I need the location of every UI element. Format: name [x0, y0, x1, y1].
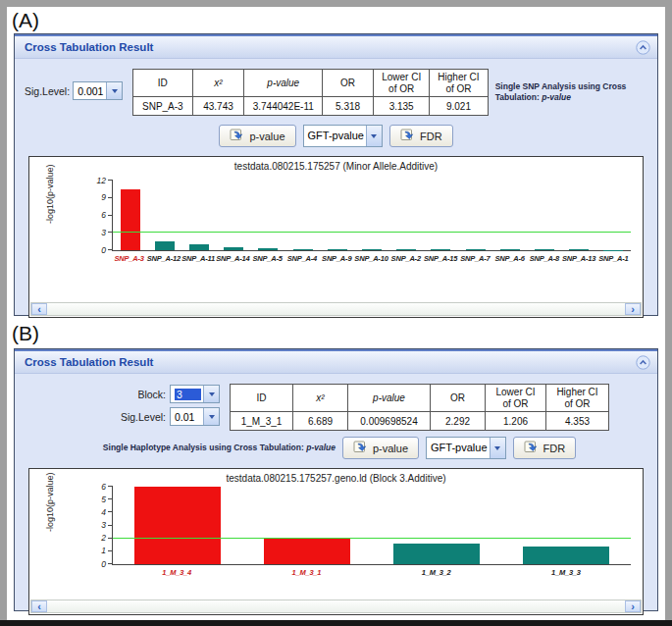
bar-SNP_A-13	[569, 249, 589, 250]
bar-SNP_A-6	[500, 249, 520, 250]
bars-container	[113, 487, 631, 564]
bar-slot	[320, 181, 354, 250]
table-header-cell: Lower CI of OR	[374, 70, 430, 97]
chevron-left-icon[interactable]: ‹	[31, 303, 47, 315]
chevron-right-icon[interactable]: ›	[625, 303, 641, 315]
table-cell: 1.206	[486, 412, 546, 431]
table-cell: 3.744042E-11	[244, 97, 323, 116]
bar-1_M_3_4	[134, 487, 221, 564]
y-tick-label: 9	[84, 192, 106, 202]
bar-1_M_3_3	[523, 547, 609, 564]
x-axis-label: SNP_A-5	[250, 254, 284, 263]
collapse-icon[interactable]	[636, 40, 650, 55]
bar-slot	[113, 181, 147, 250]
y-tick-label: 3	[84, 228, 106, 237]
y-axis-title: -log10(p-value)	[45, 210, 55, 224]
snp-stats-table: IDx²p-valueORLower CI of ORHigher CI of …	[132, 69, 489, 116]
bar-slot	[389, 181, 424, 250]
y-tick-label: 5	[84, 495, 106, 504]
pvalue-button-b[interactable]: p-value	[342, 437, 419, 459]
x-axis-label: SNP_A-14	[216, 254, 250, 263]
x-axis-label: SNP_A-12	[146, 254, 181, 263]
window-frame: (A) Cross Tabulation Result Sig.Level: 0…	[0, 0, 672, 626]
panel-a-title: Cross Tabulation Result	[25, 41, 636, 53]
bar-SNP_A-5	[258, 248, 278, 250]
significance-threshold-line	[113, 538, 631, 539]
sig-level-control-b: Sig.Level: 0.01	[115, 407, 220, 426]
y-tick-label: 2	[84, 533, 106, 543]
pvalue-button-label: p-value	[249, 130, 284, 142]
fdr-button-b[interactable]: FDR	[513, 437, 577, 459]
bar-1_M_3_2	[393, 544, 480, 564]
gft-pvalue-select-a[interactable]: GFT-pvalue	[303, 125, 383, 147]
y-tick-label: 6	[84, 482, 106, 492]
caption-pvalue-text: p-value	[306, 443, 336, 452]
gft-pvalue-select-b[interactable]: GFT-pvalue	[426, 437, 505, 459]
bar-slot	[251, 181, 285, 250]
y-tick-label: 4	[84, 507, 106, 517]
caption-pvalue-text: p-value	[542, 92, 571, 102]
sig-level-value: 0.01	[171, 408, 203, 425]
table-header-cell: p-value	[348, 385, 431, 412]
x-axis-labels: 1_M_3_41_M_3_11_M_3_21_M_3_3	[112, 568, 631, 577]
table-row: 1_M_3_16.6890.0096985242.2921.2064.353	[231, 412, 609, 431]
bar-slot	[596, 181, 631, 250]
analysis-caption-b: Single Haplotype Analysis using Cross Ta…	[103, 443, 336, 453]
export-page-arrow-icon	[524, 440, 540, 456]
gft-pvalue-value: GFT-pvalue	[427, 438, 489, 458]
snp-bar-chart: testdata.080215.175257 (Minor Allele.Add…	[28, 156, 644, 318]
collapse-icon[interactable]	[636, 355, 650, 370]
block-label: Block:	[115, 389, 166, 400]
section-b-label: (B)	[7, 316, 665, 348]
table-row: SNP_A-343.7433.744042E-115.3183.1359.021	[133, 97, 489, 116]
y-tick-label: 12	[84, 176, 106, 185]
chevron-down-icon	[106, 82, 122, 99]
x-axis-label: SNP_A-13	[561, 254, 595, 263]
bar-slot	[354, 181, 388, 250]
x-axis-label: 1_M_3_4	[112, 568, 241, 577]
table-cell: 5.318	[323, 97, 374, 116]
chevron-down-icon	[203, 408, 219, 425]
x-axis-label: 1_M_3_2	[372, 568, 501, 577]
panel-b-controls-row: Block: 3 Sig.Level: 0.01 IDx	[25, 384, 649, 431]
pvalue-button-a[interactable]: p-value	[219, 125, 295, 147]
block-selected-value: 3	[175, 389, 201, 400]
horizontal-scrollbar[interactable]: ‹ ›	[30, 600, 642, 613]
chevron-down-icon	[490, 438, 505, 458]
table-header-cell: x²	[192, 70, 244, 97]
bar-SNP_A-15	[431, 249, 450, 250]
chevron-left-icon[interactable]: ‹	[31, 600, 47, 612]
sig-level-select-b[interactable]: 0.01	[170, 407, 220, 426]
export-page-arrow-icon	[230, 128, 245, 144]
table-cell: 3.135	[374, 97, 430, 116]
table-header-cell: Lower CI of OR	[486, 385, 546, 412]
caption-text: Single Haplotype Analysis using Cross Ta…	[103, 443, 306, 452]
bar-slot	[285, 181, 320, 250]
bar-slot	[501, 487, 631, 564]
plot-area: 036912	[112, 181, 631, 251]
chevron-right-icon[interactable]: ›	[625, 600, 641, 612]
bar-slot	[458, 181, 492, 250]
table-cell: 2.292	[431, 412, 486, 431]
fdr-button-a[interactable]: FDR	[389, 125, 453, 147]
bar-SNP_A-7	[466, 249, 486, 250]
bar-SNP_A-4	[293, 249, 313, 250]
bar-slot	[527, 181, 561, 250]
bar-SNP_A-14	[224, 247, 243, 250]
sig-level-control-a: Sig.Level: 0.001	[25, 81, 123, 100]
plot-area: 0123456	[112, 487, 631, 565]
x-axis-label: SNP_A-10	[354, 254, 388, 263]
x-axis-label: SNP_A-4	[284, 254, 319, 263]
table-header-cell: p-value	[244, 70, 323, 97]
bar-SNP_A-12	[155, 241, 175, 250]
fdr-button-label: FDR	[420, 130, 442, 142]
horizontal-scrollbar[interactable]: ‹ ›	[30, 302, 642, 316]
bar-SNP_A-10	[362, 249, 382, 250]
y-tick-label: 6	[84, 210, 106, 220]
bar-slot	[181, 181, 216, 250]
block-select[interactable]: 3	[170, 385, 220, 403]
block-value: 3	[171, 386, 203, 402]
block-control: Block: 3	[115, 385, 220, 403]
chart-title: testdata.080215.175257 (Minor Allele.Add…	[29, 161, 643, 172]
sig-level-select-a[interactable]: 0.001	[73, 81, 123, 100]
